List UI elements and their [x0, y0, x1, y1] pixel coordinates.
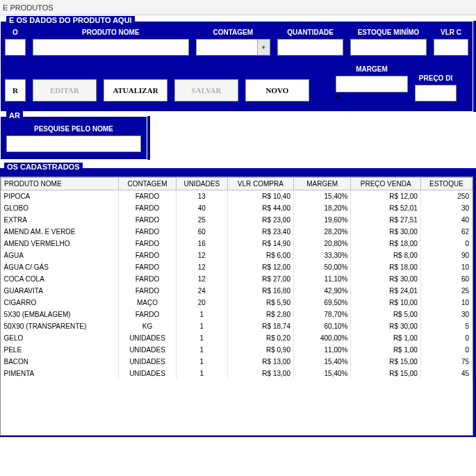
cell-contagem: UNIDADES	[119, 356, 177, 368]
table-row[interactable]: PELEUNIDADES1R$ 0,9011,00%R$ 1,000	[1, 344, 473, 356]
cell-venda: R$ 8,00	[351, 249, 420, 261]
col-preco-venda[interactable]: PREÇO VENDA	[351, 178, 420, 190]
col-contagem[interactable]: CONTAGEM	[119, 178, 177, 190]
vlr-compra-input[interactable]	[434, 39, 468, 56]
cell-estoque: 30	[420, 309, 472, 320]
table-row[interactable]: ÁGUA C/ GÁSFARDO12R$ 12,0050,00%R$ 18,00…	[1, 261, 473, 273]
cell-venda: R$ 18,00	[351, 238, 420, 249]
cell-estoque: 0	[420, 344, 472, 356]
cell-contagem: KG	[119, 320, 177, 332]
cell-produto: COCA COLA	[1, 273, 119, 285]
margem-combo[interactable]	[336, 76, 408, 92]
cell-margem: 15,40%	[293, 190, 351, 202]
cell-contagem: FARDO	[119, 190, 177, 202]
cell-venda: R$ 15,00	[351, 368, 420, 379]
cell-unidades: 20	[176, 297, 227, 309]
cell-estoque: 10	[420, 261, 472, 273]
editar-button[interactable]: EDITAR	[33, 79, 97, 101]
chevron-down-icon[interactable]: ▾	[257, 40, 270, 55]
cell-estoque: 10	[420, 297, 472, 309]
cell-margem: 69,50%	[293, 297, 351, 309]
cell-unidades: 1	[176, 356, 227, 368]
cell-margem: 19,60%	[293, 214, 351, 226]
estoque-min-label: ESTOQUE MINÍMO	[350, 28, 427, 36]
col-margem[interactable]: MARGEM	[293, 178, 351, 190]
cell-produto: ÁGUA	[1, 249, 119, 261]
table-row[interactable]: GLOBOFARDO40R$ 44,0018,20%R$ 52,0130	[1, 202, 473, 214]
cell-produto: PIMENTA	[1, 368, 119, 379]
table-row[interactable]: BACONUNIDADES1R$ 13,0015,40%R$ 15,0075	[1, 356, 473, 368]
table-row[interactable]: COCA COLAFARDO12R$ 27,0011,10%R$ 30,0060	[1, 273, 473, 285]
cell-compra: R$ 44,00	[227, 202, 293, 214]
table-row[interactable]: GELOUNIDADES1R$ 0,20400,00%R$ 1,000	[1, 332, 473, 344]
cell-unidades: 25	[176, 214, 227, 226]
products-table: PRODUTO NOME CONTAGEM UNIDADES VLR COMPR…	[1, 177, 473, 379]
cell-compra: R$ 18,74	[227, 320, 293, 332]
table-row[interactable]: 5X30 (EMBALAGEM)FARDO1R$ 2,8078,70%R$ 5,…	[1, 309, 473, 320]
cell-compra: R$ 27,00	[227, 273, 293, 285]
atualizar-button[interactable]: ATUALIZAR	[104, 79, 167, 101]
cell-unidades: 40	[176, 202, 227, 214]
table-row[interactable]: ÁGUAFARDO12R$ 6,0033,30%R$ 8,0090	[1, 249, 473, 261]
grid-panel: OS CADASTRADOS PRODUTO NOME CONTAGEM UNI…	[0, 168, 476, 437]
vlr-compra-label: VLR C	[434, 28, 468, 36]
table-row[interactable]: GUARAVITAFARDO24R$ 16,8042,90%R$ 24,0125	[1, 285, 473, 297]
cell-compra: R$ 13,00	[227, 356, 293, 368]
table-row[interactable]: 50X90 (TRANSPARENTE)KG1R$ 18,7460,10%R$ …	[1, 320, 473, 332]
cell-unidades: 60	[176, 226, 227, 238]
preco-label: PREÇO DI	[419, 74, 452, 82]
cell-produto: ÁGUA C/ GÁS	[1, 261, 119, 273]
cell-produto: AMEND VERMELHO	[1, 238, 119, 249]
cadastrar-button[interactable]: R	[5, 79, 26, 101]
quantidade-input[interactable]	[277, 39, 343, 56]
col-estoque[interactable]: ESTOQUE	[420, 178, 472, 190]
cell-unidades: 1	[176, 368, 227, 379]
cell-compra: R$ 5,90	[227, 297, 293, 309]
col-unidades[interactable]: UNIDADES	[176, 178, 227, 190]
cell-estoque: 45	[420, 368, 472, 379]
form-panel: E OS DADOS DO PRODUTO AQUI O PRODUTO NOM…	[0, 21, 476, 112]
contagem-label: CONTAGEM	[196, 28, 270, 36]
cell-compra: R$ 6,00	[227, 249, 293, 261]
quantidade-label: QUANTIDADE	[277, 28, 343, 36]
cell-contagem: FARDO	[119, 226, 177, 238]
search-label: PESQUISE PELO NOME	[6, 125, 141, 133]
cell-compra: R$ 0,90	[227, 344, 293, 356]
table-row[interactable]: PIPOCAFARDO13R$ 10,4015,40%R$ 12,00250	[1, 190, 473, 202]
cell-margem: 11,10%	[293, 273, 351, 285]
cell-compra: R$ 2,80	[227, 309, 293, 320]
salvar-button[interactable]: SALVAR	[174, 79, 238, 101]
cell-venda: R$ 30,00	[351, 273, 420, 285]
cell-contagem: FARDO	[119, 202, 177, 214]
cell-unidades: 12	[176, 273, 227, 285]
produto-input[interactable]	[33, 39, 189, 56]
cell-compra: R$ 10,40	[227, 190, 293, 202]
cell-venda: R$ 18,00	[351, 261, 420, 273]
table-row[interactable]: CIGARROMAÇO20R$ 5,9069,50%R$ 10,0010	[1, 297, 473, 309]
cell-contagem: FARDO	[119, 249, 177, 261]
table-row[interactable]: EXTRAFARDO25R$ 23,0019,60%R$ 27,5140	[1, 214, 473, 226]
cell-estoque: 25	[420, 285, 472, 297]
margem-label: MARGEM	[356, 65, 388, 73]
cell-venda: R$ 30,00	[351, 320, 420, 332]
chevron-down-icon[interactable]: ▾	[336, 92, 408, 101]
table-row[interactable]: AMEND AM. E VERDEFARDO60R$ 23,4028,20%R$…	[1, 226, 473, 238]
search-input[interactable]	[6, 136, 141, 152]
preco-input[interactable]	[415, 85, 457, 101]
cell-estoque: 5	[420, 320, 472, 332]
codigo-label: O	[5, 28, 26, 36]
col-vlr-compra[interactable]: VLR COMPRA	[227, 178, 293, 190]
cell-venda: R$ 1,00	[351, 332, 420, 344]
cell-estoque: 40	[420, 214, 472, 226]
table-row[interactable]: PIMENTAUNIDADES1R$ 13,0015,40%R$ 15,0045	[1, 368, 473, 379]
codigo-input[interactable]	[5, 39, 26, 56]
cell-venda: R$ 52,01	[351, 202, 420, 214]
window-title: E PRODUTOS	[0, 0, 476, 15]
table-row[interactable]: AMEND VERMELHOFARDO16R$ 14,9020,80%R$ 18…	[1, 238, 473, 249]
cell-venda: R$ 5,00	[351, 309, 420, 320]
cell-margem: 11,00%	[293, 344, 351, 356]
cell-contagem: FARDO	[119, 273, 177, 285]
col-produto[interactable]: PRODUTO NOME	[1, 178, 119, 190]
novo-button[interactable]: NOVO	[245, 79, 309, 101]
estoque-min-input[interactable]	[350, 39, 427, 56]
